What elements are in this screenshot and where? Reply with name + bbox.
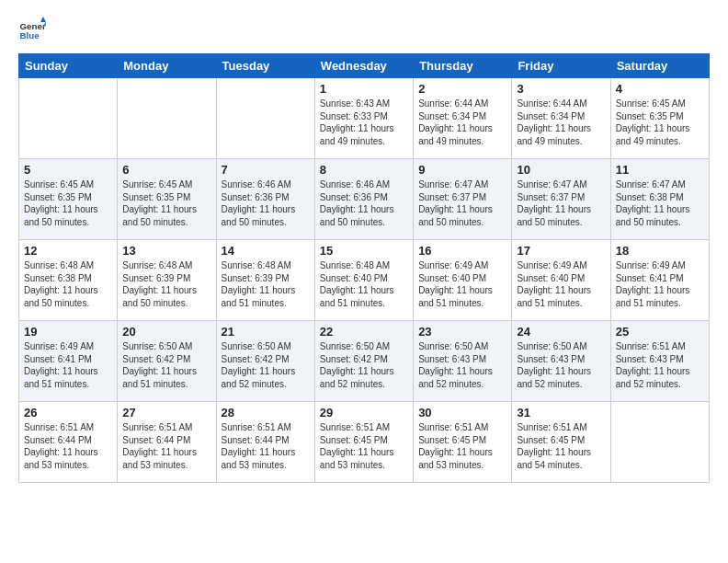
calendar-cell: 29Sunrise: 6:51 AM Sunset: 6:45 PM Dayli… — [314, 402, 413, 483]
day-number: 31 — [517, 406, 605, 419]
cell-content: Sunrise: 6:50 AM Sunset: 6:43 PM Dayligh… — [517, 340, 605, 390]
cell-content: Sunrise: 6:46 AM Sunset: 6:36 PM Dayligh… — [320, 178, 408, 228]
cell-content: Sunrise: 6:49 AM Sunset: 6:40 PM Dayligh… — [517, 259, 605, 309]
cell-content: Sunrise: 6:45 AM Sunset: 6:35 PM Dayligh… — [122, 178, 210, 228]
calendar-cell: 24Sunrise: 6:50 AM Sunset: 6:43 PM Dayli… — [512, 321, 610, 402]
day-number: 24 — [517, 325, 605, 339]
calendar-cell — [216, 78, 314, 159]
cell-content: Sunrise: 6:45 AM Sunset: 6:35 PM Dayligh… — [616, 98, 704, 147]
day-number: 17 — [517, 244, 605, 258]
day-number: 2 — [418, 82, 506, 96]
cell-content: Sunrise: 6:48 AM Sunset: 6:38 PM Dayligh… — [24, 259, 112, 309]
calendar-cell: 10Sunrise: 6:47 AM Sunset: 6:37 PM Dayli… — [512, 159, 610, 240]
day-number: 5 — [24, 163, 112, 177]
cell-content: Sunrise: 6:48 AM Sunset: 6:39 PM Dayligh… — [222, 259, 310, 309]
day-number: 13 — [122, 244, 210, 258]
cell-content: Sunrise: 6:47 AM Sunset: 6:37 PM Dayligh… — [517, 178, 605, 228]
cell-content: Sunrise: 6:50 AM Sunset: 6:42 PM Dayligh… — [122, 340, 210, 390]
cell-content: Sunrise: 6:49 AM Sunset: 6:41 PM Dayligh… — [24, 340, 112, 390]
day-header-monday: Monday — [118, 54, 216, 78]
week-row-2: 12Sunrise: 6:48 AM Sunset: 6:38 PM Dayli… — [19, 240, 710, 321]
day-number: 28 — [222, 406, 310, 419]
day-header-thursday: Thursday — [414, 54, 512, 78]
calendar-cell: 20Sunrise: 6:50 AM Sunset: 6:42 PM Dayli… — [118, 321, 216, 402]
calendar-cell: 13Sunrise: 6:48 AM Sunset: 6:39 PM Dayli… — [118, 240, 216, 321]
day-number: 27 — [122, 406, 210, 419]
calendar-cell: 31Sunrise: 6:51 AM Sunset: 6:45 PM Dayli… — [512, 402, 610, 483]
cell-content: Sunrise: 6:48 AM Sunset: 6:40 PM Dayligh… — [320, 259, 408, 309]
calendar-cell — [610, 402, 709, 483]
logo: General Blue — [18, 17, 46, 44]
calendar-cell: 22Sunrise: 6:50 AM Sunset: 6:42 PM Dayli… — [314, 321, 413, 402]
cell-content: Sunrise: 6:51 AM Sunset: 6:45 PM Dayligh… — [320, 421, 408, 471]
svg-text:General: General — [20, 21, 47, 31]
day-number: 3 — [517, 82, 605, 96]
logo-icon: General Blue — [18, 17, 46, 44]
week-row-3: 19Sunrise: 6:49 AM Sunset: 6:41 PM Dayli… — [19, 321, 710, 402]
calendar-cell: 5Sunrise: 6:45 AM Sunset: 6:35 PM Daylig… — [19, 159, 118, 240]
calendar-cell: 9Sunrise: 6:47 AM Sunset: 6:37 PM Daylig… — [414, 159, 512, 240]
day-header-friday: Friday — [512, 54, 610, 78]
day-header-tuesday: Tuesday — [216, 54, 314, 78]
cell-content: Sunrise: 6:51 AM Sunset: 6:45 PM Dayligh… — [418, 421, 506, 471]
day-number: 14 — [222, 244, 310, 258]
calendar-cell: 30Sunrise: 6:51 AM Sunset: 6:45 PM Dayli… — [414, 402, 512, 483]
cell-content: Sunrise: 6:49 AM Sunset: 6:40 PM Dayligh… — [418, 259, 506, 309]
day-number: 25 — [616, 325, 704, 339]
calendar-cell: 28Sunrise: 6:51 AM Sunset: 6:44 PM Dayli… — [216, 402, 314, 483]
calendar-cell: 11Sunrise: 6:47 AM Sunset: 6:38 PM Dayli… — [610, 159, 709, 240]
day-number: 30 — [418, 406, 506, 419]
svg-text:Blue: Blue — [20, 30, 40, 40]
cell-content: Sunrise: 6:47 AM Sunset: 6:37 PM Dayligh… — [418, 178, 506, 228]
calendar-cell: 23Sunrise: 6:50 AM Sunset: 6:43 PM Dayli… — [414, 321, 512, 402]
day-number: 4 — [616, 82, 704, 96]
calendar-cell: 2Sunrise: 6:44 AM Sunset: 6:34 PM Daylig… — [414, 78, 512, 159]
day-number: 8 — [320, 163, 408, 177]
cell-content: Sunrise: 6:51 AM Sunset: 6:44 PM Dayligh… — [122, 421, 210, 471]
cell-content: Sunrise: 6:51 AM Sunset: 6:43 PM Dayligh… — [616, 340, 704, 390]
day-number: 16 — [418, 244, 506, 258]
header-row: General Blue — [18, 17, 710, 44]
cell-content: Sunrise: 6:51 AM Sunset: 6:44 PM Dayligh… — [222, 421, 310, 471]
calendar-cell: 16Sunrise: 6:49 AM Sunset: 6:40 PM Dayli… — [414, 240, 512, 321]
cell-content: Sunrise: 6:51 AM Sunset: 6:45 PM Dayligh… — [517, 421, 605, 471]
day-number: 6 — [122, 163, 210, 177]
day-number: 11 — [616, 163, 704, 177]
cell-content: Sunrise: 6:48 AM Sunset: 6:39 PM Dayligh… — [122, 259, 210, 309]
day-number: 12 — [24, 244, 112, 258]
week-row-1: 5Sunrise: 6:45 AM Sunset: 6:35 PM Daylig… — [19, 159, 710, 240]
calendar-cell: 14Sunrise: 6:48 AM Sunset: 6:39 PM Dayli… — [216, 240, 314, 321]
cell-content: Sunrise: 6:44 AM Sunset: 6:34 PM Dayligh… — [517, 98, 605, 147]
day-number: 19 — [24, 325, 112, 339]
day-number: 15 — [320, 244, 408, 258]
calendar-cell: 3Sunrise: 6:44 AM Sunset: 6:34 PM Daylig… — [512, 78, 610, 159]
day-number: 29 — [320, 406, 408, 419]
cell-content: Sunrise: 6:49 AM Sunset: 6:41 PM Dayligh… — [616, 259, 704, 309]
week-row-0: 1Sunrise: 6:43 AM Sunset: 6:33 PM Daylig… — [19, 78, 710, 159]
calendar-cell: 26Sunrise: 6:51 AM Sunset: 6:44 PM Dayli… — [19, 402, 118, 483]
cell-content: Sunrise: 6:46 AM Sunset: 6:36 PM Dayligh… — [222, 178, 310, 228]
day-number: 23 — [418, 325, 506, 339]
calendar-cell: 15Sunrise: 6:48 AM Sunset: 6:40 PM Dayli… — [314, 240, 413, 321]
calendar-cell: 18Sunrise: 6:49 AM Sunset: 6:41 PM Dayli… — [610, 240, 709, 321]
calendar-cell: 7Sunrise: 6:46 AM Sunset: 6:36 PM Daylig… — [216, 159, 314, 240]
calendar-cell: 4Sunrise: 6:45 AM Sunset: 6:35 PM Daylig… — [610, 78, 709, 159]
calendar-cell: 8Sunrise: 6:46 AM Sunset: 6:36 PM Daylig… — [314, 159, 413, 240]
calendar-cell: 1Sunrise: 6:43 AM Sunset: 6:33 PM Daylig… — [314, 78, 413, 159]
day-number: 10 — [517, 163, 605, 177]
calendar-cell: 27Sunrise: 6:51 AM Sunset: 6:44 PM Dayli… — [118, 402, 216, 483]
day-number: 7 — [222, 163, 310, 177]
day-number: 20 — [122, 325, 210, 339]
calendar-cell: 6Sunrise: 6:45 AM Sunset: 6:35 PM Daylig… — [118, 159, 216, 240]
cell-content: Sunrise: 6:47 AM Sunset: 6:38 PM Dayligh… — [616, 178, 704, 228]
calendar-cell — [118, 78, 216, 159]
week-row-4: 26Sunrise: 6:51 AM Sunset: 6:44 PM Dayli… — [19, 402, 710, 483]
day-number: 9 — [418, 163, 506, 177]
calendar-cell: 19Sunrise: 6:49 AM Sunset: 6:41 PM Dayli… — [19, 321, 118, 402]
svg-marker-2 — [40, 17, 46, 22]
day-number: 18 — [616, 244, 704, 258]
day-number: 21 — [222, 325, 310, 339]
calendar-table: SundayMondayTuesdayWednesdayThursdayFrid… — [18, 53, 710, 483]
calendar-cell — [19, 78, 118, 159]
day-header-wednesday: Wednesday — [314, 54, 413, 78]
